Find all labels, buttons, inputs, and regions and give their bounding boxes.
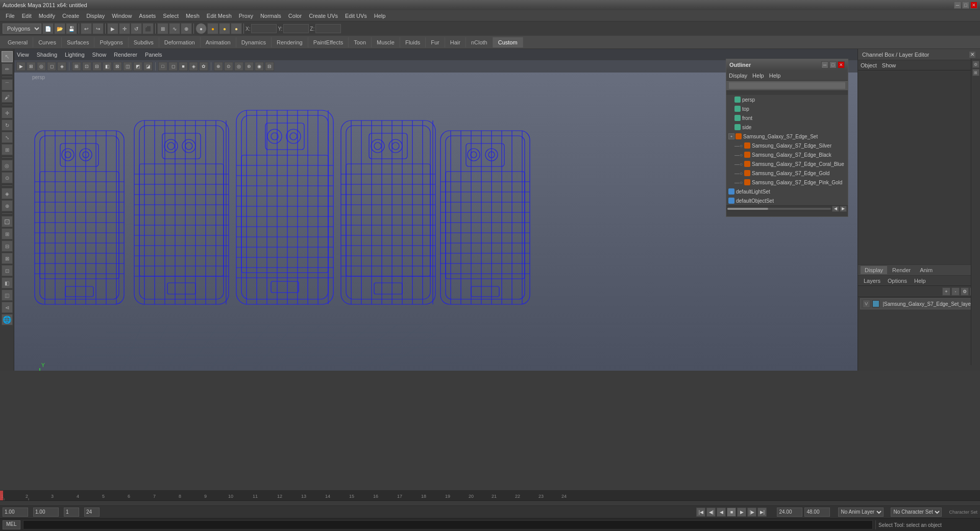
layer-tool3[interactable]: ⊟ bbox=[2, 240, 13, 252]
tab-anim[interactable]: Anim bbox=[916, 266, 937, 274]
anim-layer-select[interactable]: No Anim Layer bbox=[838, 508, 884, 517]
outliner-item-coral[interactable]: —○ Samsung_Galaxy_S7_Edge_Coral_Blue bbox=[726, 159, 848, 168]
paint2-tool[interactable]: 🖌 bbox=[2, 91, 13, 103]
step-back-btn[interactable]: ◀| bbox=[706, 508, 716, 517]
tab-rendering[interactable]: Rendering bbox=[272, 37, 308, 47]
tab-custom[interactable]: Custom bbox=[493, 37, 523, 47]
playback-end-input[interactable] bbox=[84, 508, 100, 517]
undo-btn[interactable]: ↩ bbox=[81, 23, 92, 34]
vp-snap6[interactable]: ⊟ bbox=[265, 62, 274, 71]
vp-layout5[interactable]: ⊠ bbox=[113, 62, 122, 71]
outliner-search-input[interactable] bbox=[728, 82, 846, 89]
vp-snap3[interactable]: ◎ bbox=[234, 62, 243, 71]
select-btn[interactable]: ▶ bbox=[107, 23, 118, 34]
layer-new-btn[interactable]: + bbox=[942, 287, 950, 296]
lasso-tool[interactable]: ⌒ bbox=[2, 79, 13, 90]
menu-assets[interactable]: Assets bbox=[136, 12, 159, 20]
maximize-button[interactable]: □ bbox=[962, 2, 969, 9]
menu-color[interactable]: Color bbox=[285, 12, 305, 20]
mel-lang-btn[interactable]: MEL bbox=[3, 520, 20, 529]
vp-snap2[interactable]: ⊙ bbox=[224, 62, 233, 71]
current-frame-input[interactable] bbox=[64, 508, 79, 517]
outliner-item-top[interactable]: top bbox=[726, 104, 848, 113]
outliner-scroll-right-btn[interactable]: ▶ bbox=[840, 206, 847, 212]
vp-display3[interactable]: ■ bbox=[179, 62, 188, 71]
light3-btn[interactable]: ● bbox=[231, 23, 242, 34]
snap-grid-btn[interactable]: ⊞ bbox=[157, 23, 168, 34]
scale-tool2[interactable]: ⤡ bbox=[2, 132, 13, 143]
menu-window[interactable]: Window bbox=[109, 12, 135, 20]
x-coord-input[interactable] bbox=[251, 24, 277, 33]
outliner-item-side[interactable]: side bbox=[726, 123, 848, 132]
workspace-selector[interactable]: Polygons bbox=[3, 23, 41, 34]
redo-btn[interactable]: ↪ bbox=[92, 23, 104, 34]
transform-tool[interactable]: ⊞ bbox=[2, 144, 13, 155]
layer-delete-btn[interactable]: - bbox=[951, 287, 960, 296]
layer-tool2[interactable]: ⊞ bbox=[2, 228, 13, 239]
outliner-item-silver[interactable]: —○ Samsung_Galaxy_S7_Edge_Silver bbox=[726, 141, 848, 150]
vp-layout7[interactable]: ◩ bbox=[133, 62, 142, 71]
layer-attr-btn[interactable]: ⚙ bbox=[961, 287, 969, 296]
menu-create[interactable]: Create bbox=[59, 12, 82, 20]
outliner-item-gold[interactable]: —○ Samsung_Galaxy_S7_Edge_Gold bbox=[726, 168, 848, 178]
rotate-tool2[interactable]: ↻ bbox=[2, 119, 13, 131]
outliner-menu-help2[interactable]: Help bbox=[769, 73, 781, 79]
menu-help[interactable]: Help bbox=[371, 12, 389, 20]
tab-ncloth[interactable]: nCloth bbox=[466, 37, 493, 47]
vp-snap5[interactable]: ◉ bbox=[255, 62, 264, 71]
cb-menu-show[interactable]: Show bbox=[882, 62, 896, 68]
vp-layout2[interactable]: ⊡ bbox=[82, 62, 91, 71]
layer-tool5[interactable]: ⊡ bbox=[2, 265, 13, 276]
tab-fluids[interactable]: Fluids bbox=[400, 37, 426, 47]
layer-tool4[interactable]: ⊠ bbox=[2, 253, 13, 264]
vp-menu-panels[interactable]: Panels bbox=[145, 52, 162, 58]
vp-layout4[interactable]: ◧ bbox=[103, 62, 112, 71]
playback-start-input[interactable] bbox=[3, 508, 28, 517]
scale-btn[interactable]: ⬛ bbox=[142, 23, 154, 34]
menu-edit-mesh[interactable]: Edit Mesh bbox=[204, 12, 235, 20]
vp-menu-shading[interactable]: Shading bbox=[37, 52, 57, 58]
y-coord-input[interactable] bbox=[283, 24, 309, 33]
tab-dynamics[interactable]: Dynamics bbox=[236, 37, 272, 47]
save-btn[interactable]: 💾 bbox=[66, 23, 77, 34]
tab-display[interactable]: Display bbox=[861, 266, 887, 274]
play-back-btn[interactable]: ◀ bbox=[717, 508, 726, 517]
subtab-help[interactable]: Help bbox=[911, 277, 929, 284]
minimize-button[interactable]: ─ bbox=[954, 2, 961, 9]
vp-snap1[interactable]: ⊕ bbox=[214, 62, 223, 71]
vp-display1[interactable]: □ bbox=[158, 62, 167, 71]
mel-input[interactable] bbox=[23, 520, 873, 529]
range-start-input[interactable] bbox=[777, 508, 802, 517]
menu-file[interactable]: File bbox=[3, 12, 18, 20]
outliner-scrollbar[interactable]: ◀ ▶ bbox=[726, 205, 848, 211]
vp-btn3[interactable]: ◎ bbox=[37, 62, 46, 71]
outliner-item-front[interactable]: front bbox=[726, 113, 848, 123]
layer-tool6[interactable]: ◧ bbox=[2, 277, 13, 288]
outliner-menu-help[interactable]: Help bbox=[752, 73, 764, 79]
outliner-item-black[interactable]: —○ Samsung_Galaxy_S7_Edge_Black bbox=[726, 150, 848, 159]
outliner-item-defaultlightset[interactable]: defaultLightSet bbox=[726, 187, 848, 196]
tab-fur[interactable]: Fur bbox=[426, 37, 445, 47]
tab-muscle[interactable]: Muscle bbox=[372, 37, 400, 47]
z-coord-input[interactable] bbox=[315, 24, 341, 33]
tab-hair[interactable]: Hair bbox=[445, 37, 466, 47]
go-start-btn[interactable]: |◀ bbox=[696, 508, 705, 517]
subtab-layers[interactable]: Layers bbox=[861, 277, 884, 284]
menu-proxy[interactable]: Proxy bbox=[236, 12, 256, 20]
vp-select-btn[interactable]: ▶ bbox=[16, 62, 26, 71]
camera-tool[interactable]: ⊲ bbox=[2, 302, 13, 313]
tab-render[interactable]: Render bbox=[888, 266, 915, 274]
layer-visibility-btn[interactable]: V bbox=[863, 300, 870, 308]
play-forward-btn[interactable]: ▶ bbox=[737, 508, 746, 517]
range-end-input[interactable] bbox=[804, 508, 830, 517]
snap-point-btn[interactable]: ⊕ bbox=[181, 23, 192, 34]
rotate-btn[interactable]: ↺ bbox=[131, 23, 142, 34]
soft-select[interactable]: ◎ bbox=[2, 160, 13, 171]
vp-btn2[interactable]: ⊞ bbox=[27, 62, 36, 71]
move-tool2[interactable]: ✛ bbox=[2, 107, 13, 118]
world-tool[interactable]: 🌐 bbox=[2, 314, 13, 325]
go-end-btn[interactable]: ▶| bbox=[757, 508, 767, 517]
outliner-menu-display[interactable]: Display bbox=[729, 73, 747, 79]
vp-layout3[interactable]: ⊟ bbox=[92, 62, 102, 71]
cb-close-btn[interactable]: ✕ bbox=[969, 51, 976, 58]
